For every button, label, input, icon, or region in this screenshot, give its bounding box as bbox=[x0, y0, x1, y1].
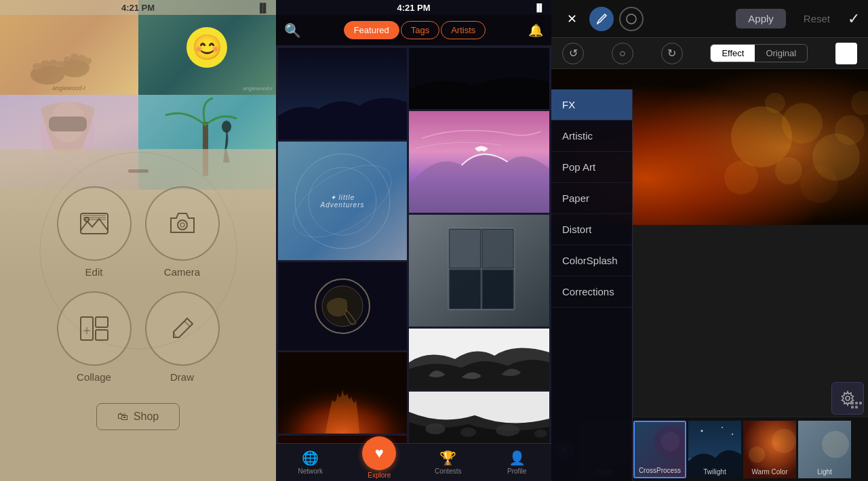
photo-adventure[interactable]: ✦ littleAdventurers bbox=[278, 142, 407, 260]
fire-dark-svg bbox=[278, 352, 407, 434]
bottom-nav: 🌐 Network ♥ Explore 🏆 Contests 👤 Profile bbox=[276, 443, 551, 481]
svg-point-7 bbox=[71, 54, 79, 60]
svg-point-57 bbox=[496, 424, 519, 436]
panel3-editor: ✕ Apply Reset ✓ ↺ ○ ↻ Effect Or bbox=[551, 0, 868, 481]
brush-icon bbox=[595, 13, 608, 25]
edit-circle[interactable] bbox=[57, 186, 132, 261]
svg-point-71 bbox=[846, 396, 850, 400]
time-panel1: 4:21 PM bbox=[121, 3, 155, 13]
brush-button[interactable] bbox=[589, 7, 614, 31]
svg-point-66 bbox=[775, 157, 802, 184]
shop-label: Shop bbox=[134, 411, 159, 423]
undo-button[interactable]: ↺ bbox=[562, 43, 584, 64]
tab-network[interactable]: 🌐 Network bbox=[290, 450, 331, 475]
photo-bw-rocks[interactable] bbox=[409, 329, 549, 390]
camera-circle[interactable] bbox=[145, 186, 220, 261]
filter-crossprocess[interactable]: CrossProcess bbox=[633, 421, 686, 478]
menu-item-camera[interactable]: Camera bbox=[145, 186, 220, 278]
bell-icon[interactable]: 🔔 bbox=[528, 23, 543, 38]
svg-point-69 bbox=[765, 93, 785, 113]
svg-point-70 bbox=[800, 165, 838, 203]
photo-very-dark[interactable] bbox=[409, 48, 549, 109]
svg-point-23 bbox=[180, 223, 184, 227]
svg-point-83 bbox=[732, 433, 733, 434]
battery-panel2: ▐▌ bbox=[534, 3, 545, 12]
svg-rect-73 bbox=[855, 402, 858, 404]
bw-rocks-svg bbox=[409, 329, 549, 390]
menu-item-draw[interactable]: Draw bbox=[145, 291, 220, 383]
circle-icon bbox=[625, 13, 637, 25]
tab-effect[interactable]: Effect bbox=[711, 45, 755, 62]
reset-button[interactable]: Reset bbox=[791, 9, 842, 28]
filter-twilight-label: Twilight bbox=[703, 468, 726, 476]
filter-twilight[interactable]: Twilight bbox=[688, 421, 741, 478]
window-svg bbox=[409, 215, 549, 327]
circle2-button[interactable]: ○ bbox=[612, 43, 633, 64]
menu-popart[interactable]: Pop Art bbox=[551, 152, 632, 183]
trophy-icon: 🏆 bbox=[439, 450, 456, 466]
tab-original[interactable]: Original bbox=[755, 45, 807, 62]
menu-paper[interactable]: Paper bbox=[551, 183, 632, 214]
menu-artistic[interactable]: Artistic bbox=[551, 121, 632, 152]
draw-icon bbox=[165, 312, 199, 346]
menu-item-collage[interactable]: Collage bbox=[57, 291, 132, 383]
time-panel2: 4:21 PM bbox=[397, 3, 430, 13]
shop-icon: 🛍 bbox=[117, 411, 128, 423]
svg-point-59 bbox=[627, 14, 636, 24]
svg-point-81 bbox=[701, 430, 703, 432]
svg-point-65 bbox=[724, 161, 758, 194]
menu-corrections[interactable]: Corrections bbox=[551, 276, 632, 308]
explore-label: Explore bbox=[368, 472, 391, 479]
photo-bw-abstract[interactable] bbox=[409, 392, 549, 443]
toolbar-right: Apply Reset ✓ bbox=[736, 9, 860, 28]
draw-circle[interactable] bbox=[145, 291, 220, 366]
svg-point-86 bbox=[749, 446, 765, 463]
globe-icon: 🌐 bbox=[302, 450, 319, 466]
svg-rect-52 bbox=[483, 270, 513, 308]
edit-label: Edit bbox=[85, 266, 103, 278]
circle-button[interactable] bbox=[619, 7, 644, 31]
panel2-explore: 4:21 PM ▐▌ 🔍 Featured Tags Artists 🔔 bbox=[276, 0, 551, 481]
filter-light[interactable]: Light bbox=[798, 421, 851, 478]
filter-crossprocess-label: CrossProcess bbox=[639, 467, 681, 474]
tab-contests[interactable]: 🏆 Contests bbox=[428, 450, 469, 475]
filter-warmcolor[interactable]: Warm Color bbox=[743, 421, 796, 478]
redo-button[interactable]: ↻ bbox=[661, 43, 683, 64]
search-icon[interactable]: 🔍 bbox=[284, 22, 301, 39]
menu-item-edit[interactable]: Edit bbox=[57, 186, 132, 278]
photo-fire-dark[interactable] bbox=[278, 352, 407, 434]
settings-gear-area[interactable] bbox=[831, 382, 864, 415]
confirm-button[interactable]: ✓ bbox=[848, 10, 860, 28]
person-icon: 👤 bbox=[509, 450, 526, 466]
apply-button[interactable]: Apply bbox=[736, 9, 786, 28]
explore-fab[interactable]: ♥ bbox=[362, 436, 396, 470]
smiley-emoji: 😊 bbox=[186, 27, 227, 68]
tab-explore-btn[interactable]: ♥ Explore bbox=[359, 446, 399, 479]
status-bar-panel1: 4:21 PM ▐▌ bbox=[0, 0, 276, 15]
tab-tags[interactable]: Tags bbox=[401, 21, 439, 39]
svg-point-62 bbox=[731, 106, 792, 167]
collage-label: Collage bbox=[77, 371, 111, 383]
profile-label: Profile bbox=[507, 467, 526, 475]
svg-point-14 bbox=[222, 121, 231, 133]
svg-line-29 bbox=[184, 321, 190, 327]
collage-circle[interactable] bbox=[57, 291, 132, 366]
menu-fx[interactable]: FX bbox=[551, 89, 632, 121]
photo-pink-sky[interactable] bbox=[409, 111, 549, 213]
menu-distort[interactable]: Distort bbox=[551, 214, 632, 245]
shop-button[interactable]: 🛍 Shop bbox=[96, 403, 180, 430]
menu-colorsplash[interactable]: ColorSplash bbox=[551, 245, 632, 276]
photo-window[interactable] bbox=[409, 215, 549, 327]
photo-dark-ring[interactable] bbox=[278, 262, 407, 350]
photo-dark-sky[interactable] bbox=[278, 48, 407, 140]
adventure-text: ✦ littleAdventurers bbox=[321, 194, 365, 209]
editor-toolbar: ✕ Apply Reset ✓ bbox=[551, 0, 868, 38]
pink-sky-svg bbox=[409, 111, 549, 213]
svg-point-3 bbox=[41, 60, 50, 67]
close-button[interactable]: ✕ bbox=[559, 7, 584, 31]
tab-featured[interactable]: Featured bbox=[344, 21, 399, 39]
tab-artists[interactable]: Artists bbox=[441, 21, 486, 39]
svg-point-2 bbox=[33, 63, 42, 70]
svg-point-87 bbox=[772, 429, 796, 453]
tab-profile[interactable]: 👤 Profile bbox=[496, 450, 537, 475]
